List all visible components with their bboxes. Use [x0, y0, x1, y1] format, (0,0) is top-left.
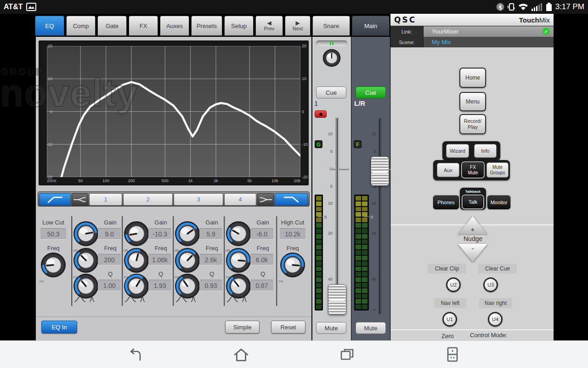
eq-band-2-button[interactable]: 2 [123, 193, 173, 206]
aux-button[interactable]: Aux [437, 163, 459, 177]
user-button-u3[interactable]: U3 [483, 277, 498, 292]
wizard-button[interactable]: Wizard [446, 144, 469, 158]
prev-channel-button[interactable]: ◀Prev [255, 16, 283, 36]
y-tick-label: 0 [302, 109, 309, 114]
tab-comp[interactable]: Comp [66, 16, 96, 36]
band4-freq-knob[interactable] [226, 247, 251, 273]
meter-led [356, 305, 361, 309]
eq-in-button[interactable]: EQ In [41, 321, 77, 334]
main-fader-track[interactable] [378, 117, 382, 315]
simple-button[interactable]: Simple [225, 321, 260, 334]
fader-scale-label: 10 [321, 132, 333, 136]
low-shelf-icon [73, 196, 87, 204]
high-shelf-band-button[interactable] [257, 193, 274, 206]
low-cut-freq-knob[interactable] [40, 252, 66, 278]
main-fader-cap[interactable] [371, 156, 389, 186]
band1-freq-knob[interactable] [73, 247, 99, 273]
tab-fx[interactable]: FX [129, 16, 158, 36]
tab-eq[interactable]: EQ [35, 16, 64, 36]
high-cut-freq-knob[interactable] [280, 252, 305, 278]
back-button[interactable] [122, 345, 149, 365]
clear-cue-label[interactable]: Clear Cue [478, 264, 517, 274]
band4-gain-knob[interactable] [226, 221, 251, 247]
talk-button[interactable]: Talk [463, 196, 483, 208]
main-mute-button[interactable]: Mute [356, 322, 386, 334]
pan-indicator [332, 41, 334, 45]
info-button[interactable]: Info [474, 144, 497, 158]
fx-mute-button[interactable]: FXMute [462, 162, 484, 178]
nudge-down-button[interactable]: - [458, 244, 487, 262]
tab-channel-snare[interactable]: Snare [312, 16, 350, 36]
band2-freq-knob[interactable] [124, 247, 149, 273]
band3-freq-knob[interactable] [175, 247, 200, 273]
eq-band-1-button[interactable]: 1 [89, 193, 122, 206]
x-tick-label: 10k [271, 178, 278, 183]
channel1-level-meter [315, 195, 323, 310]
eq-response-graph[interactable] [47, 46, 300, 177]
eq-band-4-button[interactable]: 4 [224, 193, 256, 206]
eq-x-axis: 20Hz501002005001k2k5k10k20k [47, 178, 300, 184]
x-tick-label: 100 [102, 178, 109, 183]
clear-clip-label[interactable]: Clear Clip [428, 264, 466, 274]
channel1-fader-cap[interactable] [328, 284, 346, 315]
x-tick-label: 200 [128, 178, 135, 183]
home-icon [233, 347, 249, 362]
gain-label: Gain [150, 219, 171, 226]
low-shelf-band-button[interactable] [72, 193, 88, 206]
band3-gain-knob[interactable] [175, 221, 200, 247]
next-channel-button[interactable]: ▶Next [285, 16, 311, 36]
channel-strip-1: Cue 1 G 105U5102040∞ 0 Mute [312, 37, 351, 340]
band1-gain-knob[interactable] [73, 221, 99, 247]
meter-led [362, 218, 368, 222]
nudge-up-button[interactable]: + [458, 216, 487, 235]
meter-led [316, 212, 322, 217]
recents-button[interactable] [333, 345, 361, 365]
band4-freq-value: 6.0k [250, 254, 273, 265]
low-cut-band-button[interactable] [40, 193, 71, 206]
channel-pan-knob[interactable] [322, 49, 341, 67]
eq-panel: 20100-10-20 20100-10-20 20Hz501002005001… [36, 37, 311, 340]
menu-button[interactable]: Menu [459, 92, 486, 111]
monitor-button[interactable]: Monitor [487, 196, 510, 209]
tab-main[interactable]: Main [352, 16, 390, 36]
phones-button[interactable]: Phones [433, 196, 459, 209]
meter-led [316, 256, 322, 260]
user-button-u1[interactable]: U1 [442, 312, 457, 327]
zero-label: Zero [441, 333, 454, 339]
low-cut-freq-label: Freq [40, 245, 67, 252]
main-cue-button[interactable]: Cue [356, 86, 386, 98]
channel1-mute-button[interactable]: Mute [316, 322, 346, 334]
screenshot-notification-icon [26, 2, 36, 12]
user-button-u2[interactable]: U2 [446, 277, 461, 292]
meter-led [316, 201, 322, 206]
q-label: Q [201, 270, 222, 277]
nav-left-label[interactable]: Nav left [434, 298, 466, 308]
record-play-button[interactable]: Record/Play [459, 114, 486, 134]
meter-led [356, 240, 361, 244]
reset-button[interactable]: Reset [271, 321, 305, 334]
channel1-cue-button[interactable]: Cue [316, 86, 346, 98]
meter-led [356, 267, 361, 271]
band2-gain-knob[interactable] [124, 221, 149, 247]
meter-led [356, 261, 361, 266]
tab-gate[interactable]: Gate [97, 16, 127, 36]
dual-window-button[interactable] [439, 345, 466, 365]
mute-groups-button[interactable]: MuteGroups [486, 162, 509, 178]
record-arm-button[interactable] [315, 110, 327, 118]
clock-label: 3:17 PM [555, 2, 584, 12]
eq-band-3-button[interactable]: 3 [174, 193, 223, 206]
high-cut-band-button[interactable] [275, 193, 308, 206]
user-button-u4[interactable]: U4 [488, 312, 503, 327]
main-level-meter [354, 195, 369, 310]
tab-presets[interactable]: Presets [191, 16, 222, 36]
meter-led [356, 277, 361, 282]
fx-active-badge: F [354, 140, 362, 148]
pan-slider[interactable] [316, 40, 347, 46]
nav-right-label[interactable]: Nav right [479, 298, 512, 308]
home-nav-button[interactable] [227, 345, 255, 365]
tab-auxes[interactable]: Auxes [160, 16, 189, 36]
scene-value[interactable]: My Mix [424, 37, 554, 47]
tab-setup[interactable]: Setup [224, 16, 254, 36]
divider [71, 216, 72, 306]
home-button[interactable]: Home [459, 68, 486, 88]
